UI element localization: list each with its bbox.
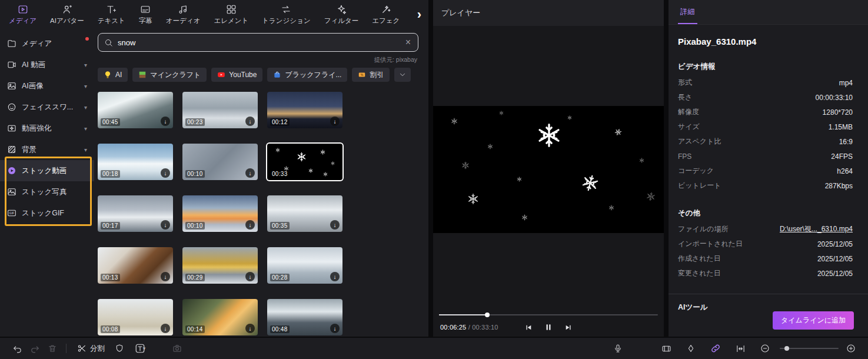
tag-black-friday[interactable]: ブラックフライ...: [267, 68, 347, 82]
sidebar-item-stock-video[interactable]: ストック動画: [0, 160, 94, 181]
info-label: FPS: [678, 152, 691, 161]
stock-video-thumbnail[interactable]: 00:10 ↓: [182, 144, 258, 180]
fit-timeline-button[interactable]: [731, 340, 749, 357]
stock-video-thumbnail[interactable]: 00:48 ↓: [267, 299, 342, 335]
download-icon[interactable]: ↓: [161, 220, 170, 230]
download-icon[interactable]: ↓: [161, 117, 170, 126]
record-voiceover-button[interactable]: [609, 340, 627, 357]
tag-ai[interactable]: AI: [98, 68, 128, 82]
split-button[interactable]: 分割: [77, 344, 105, 354]
download-icon[interactable]: ↓: [330, 117, 340, 126]
stock-video-thumbnail[interactable]: 00:45 ↓: [98, 92, 173, 128]
stock-video-thumbnail[interactable]: 00:10 ↓: [182, 195, 258, 232]
seek-handle[interactable]: [485, 313, 490, 317]
tab-subtitles[interactable]: 字幕: [132, 0, 159, 29]
sidebar-item-ai-video[interactable]: AI 動画 ▾: [0, 54, 94, 75]
stock-video-thumbnail[interactable]: 00:12 ↓: [267, 92, 342, 128]
split-label: 分割: [90, 344, 105, 354]
undo-icon: [12, 344, 22, 354]
download-icon[interactable]: ↓: [330, 220, 340, 230]
info-label: ビットレート: [678, 181, 721, 191]
info-row: 作成された日2025/12/05: [678, 251, 853, 266]
download-icon[interactable]: ↓: [245, 117, 255, 126]
tab-text[interactable]: テキスト: [91, 0, 132, 29]
auto-ripple-button[interactable]: [707, 340, 724, 357]
stock-video-thumbnail[interactable]: 00:17 ↓: [98, 195, 173, 232]
tag-discount[interactable]: % 割引: [352, 68, 390, 82]
download-icon[interactable]: ↓: [330, 272, 340, 281]
info-row: ファイルの場所D:\user\視..._6310.mp4: [678, 222, 853, 237]
undo-button[interactable]: [8, 340, 26, 357]
elements-icon: [226, 4, 237, 15]
sidebar-item-ai-image[interactable]: AI画像 ▾: [0, 75, 94, 97]
zoom-slider-handle[interactable]: [784, 346, 789, 351]
tab-label: メディア: [9, 16, 36, 25]
sidebar-item-stock-photo[interactable]: ストック写真: [0, 181, 94, 202]
clear-search-icon[interactable]: ×: [404, 37, 412, 48]
sidebar-item-face-swap[interactable]: フェイススワ... ▾: [0, 97, 94, 118]
timeline-zoom-slider[interactable]: [780, 345, 839, 351]
discount-icon: %: [358, 71, 366, 79]
tab-media[interactable]: メディア: [2, 0, 43, 29]
stock-video-thumbnail[interactable]: 00:08 ↓: [98, 299, 173, 335]
tab-ai-avatar[interactable]: AIアバター: [44, 0, 91, 29]
stock-video-thumbnail[interactable]: 00:14 ↓: [182, 299, 258, 335]
nav-more-chevron[interactable]: ›: [413, 8, 426, 21]
stock-video-thumbnail[interactable]: 00:23 ↓: [182, 92, 258, 128]
delete-button[interactable]: [44, 340, 61, 357]
add-to-timeline-button[interactable]: タイムラインに追加: [773, 311, 854, 330]
snapshot-button[interactable]: [168, 340, 186, 357]
download-icon[interactable]: ↓: [161, 168, 170, 178]
download-icon[interactable]: ↓: [245, 220, 255, 230]
tab-audio[interactable]: オーディオ: [159, 0, 207, 29]
render-preview-button[interactable]: [657, 340, 675, 357]
redo-button[interactable]: [26, 340, 44, 357]
stock-video-thumbnail[interactable]: 00:29 ↓: [182, 247, 258, 284]
download-icon[interactable]: ↓: [245, 168, 255, 178]
tab-details[interactable]: 詳細: [678, 7, 697, 24]
sidebar-item-stock-gif[interactable]: GIF ストックGIF: [0, 202, 94, 224]
tab-transitions[interactable]: トランジション: [255, 0, 317, 29]
trash-icon: [48, 344, 57, 353]
pause-button[interactable]: [544, 323, 553, 331]
lightbulb-icon: [104, 71, 112, 79]
tag-minecraft[interactable]: マインクラフト: [132, 68, 207, 82]
tab-effects[interactable]: エフェク: [365, 0, 406, 29]
tab-filters[interactable]: フィルター: [318, 0, 365, 29]
stock-video-thumbnail[interactable]: 00:18 ↓: [98, 144, 173, 180]
previous-frame-button[interactable]: [525, 324, 533, 331]
sidebar-item-video-enhance[interactable]: 動画強化 ▾: [0, 118, 94, 139]
tab-elements[interactable]: エレメント: [207, 0, 255, 29]
duration-badge: 00:18: [101, 170, 120, 178]
download-icon[interactable]: ↓: [330, 324, 340, 333]
zoom-in-button[interactable]: [842, 340, 860, 357]
seek-bar[interactable]: [439, 312, 658, 318]
tag-youtube[interactable]: YouTube: [211, 68, 262, 82]
stock-video-thumbnail[interactable]: 00:35 ↓: [267, 195, 342, 232]
duration-badge: 00:12: [270, 118, 290, 126]
zoom-out-button[interactable]: [756, 340, 774, 357]
tags-expand-button[interactable]: [394, 68, 411, 82]
sidebar-item-background[interactable]: 背景 ▾: [0, 139, 94, 160]
download-icon[interactable]: ↓: [161, 324, 170, 333]
stock-video-thumbnail[interactable]: 00:28 ↓: [267, 247, 342, 284]
snowflake-icon: [567, 115, 572, 120]
redo-icon: [30, 344, 40, 354]
download-icon[interactable]: ↓: [245, 324, 255, 333]
mask-button[interactable]: [111, 340, 128, 357]
sidebar-item-media[interactable]: メディア: [0, 33, 94, 54]
search-input[interactable]: [118, 38, 400, 47]
info-value: 16:9: [839, 138, 853, 146]
info-row: ビットレート287Kbps: [678, 178, 853, 193]
playback-buttons: [525, 323, 572, 331]
image-icon: [7, 81, 16, 91]
duration-badge: 00:13: [101, 274, 120, 281]
download-icon[interactable]: ↓: [245, 272, 255, 281]
keyframe-button[interactable]: [682, 340, 700, 357]
stock-video-thumbnail[interactable]: 00:13 ↓: [98, 247, 173, 284]
file-location-link[interactable]: D:\user\視..._6310.mp4: [780, 224, 853, 234]
quick-text-button[interactable]: ▾: [128, 340, 152, 357]
next-frame-button[interactable]: [564, 324, 572, 331]
stock-video-thumbnail-selected[interactable]: 00:33: [267, 144, 342, 180]
download-icon[interactable]: ↓: [161, 272, 170, 281]
